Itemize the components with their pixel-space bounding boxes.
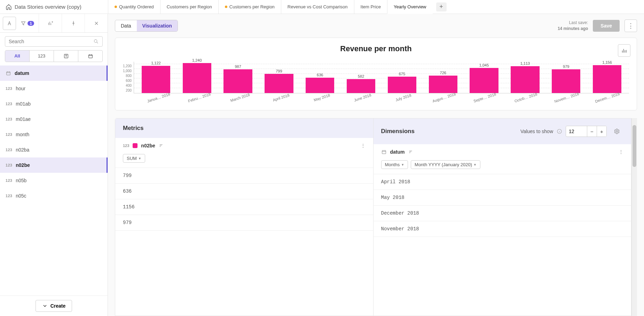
unsaved-dot-icon — [115, 6, 117, 8]
bar[interactable]: 675 — [382, 72, 423, 93]
unsaved-dot-icon — [225, 6, 227, 8]
text-mode-button[interactable] — [3, 17, 16, 30]
time-unit-select[interactable]: Months▼ — [381, 160, 408, 169]
bar-value-label: 675 — [399, 72, 405, 76]
metric-data-rows: 7996361156979 — [115, 168, 373, 316]
dimensions-title: Dimensions — [381, 128, 415, 135]
more-button[interactable]: ⋮ — [625, 20, 637, 32]
field-item[interactable]: 123n05b — [0, 173, 108, 188]
svg-point-5 — [616, 131, 618, 132]
metric-name: n02be — [141, 143, 155, 148]
filter-date[interactable] — [78, 51, 102, 62]
bar-value-label: 636 — [317, 73, 323, 77]
stepper-plus[interactable]: + — [597, 126, 606, 137]
bar[interactable]: 799 — [259, 69, 300, 93]
aggregation-select[interactable]: SUM▼ — [123, 154, 145, 163]
date-format-select[interactable]: Month YYYY (January 2020)▼ — [411, 160, 480, 169]
bar[interactable]: 582 — [340, 74, 382, 93]
search-input[interactable] — [9, 39, 93, 44]
field-item[interactable]: 123n02be — [0, 157, 108, 173]
field-name: hour — [16, 86, 25, 91]
field-item[interactable]: 123n05c — [0, 188, 108, 203]
tab-label: Customers per Region — [167, 4, 212, 9]
tab-label: Customers per Region — [229, 4, 275, 9]
bar[interactable]: 726 — [423, 71, 464, 93]
field-item[interactable]: 123month — [0, 127, 108, 142]
scrollbar-thumb[interactable] — [633, 125, 636, 167]
y-axis: 1,2001,000800600400200 — [123, 62, 134, 93]
pin-icon — [71, 21, 76, 26]
field-item[interactable]: datum — [0, 65, 108, 81]
config-scrollbar[interactable] — [631, 118, 637, 316]
metric-value-row: 799 — [115, 168, 373, 184]
tab[interactable]: Revenue vs Cost Comparison — [281, 0, 354, 14]
filter-text[interactable] — [54, 51, 78, 62]
filter-all[interactable]: All — [5, 51, 30, 62]
save-button[interactable]: Save — [593, 20, 620, 32]
values-to-show-stepper[interactable]: − + — [566, 126, 607, 137]
page-title-area: Data Stories overview (copy) — [0, 4, 108, 10]
chart-plot-area: 1,1221,2409877996365826757261,0451,11397… — [134, 62, 629, 93]
field-type: 123 — [6, 178, 12, 183]
values-to-show-label: Values to show — [520, 129, 553, 134]
filter-icon — [21, 21, 26, 26]
field-list[interactable]: datum123hour123m01ab123m01ae123month123n… — [0, 65, 108, 295]
dimensions-column: Dimensions Values to show − + — [373, 118, 631, 316]
bar[interactable]: 987 — [218, 64, 259, 93]
close-sidebar-button[interactable] — [85, 14, 108, 32]
search-icon — [93, 39, 99, 44]
chevron-down-icon — [42, 303, 48, 309]
tab[interactable]: Customers per Region — [218, 0, 281, 14]
metric-more-button[interactable]: ⋮ — [361, 143, 366, 148]
bar-value-label: 799 — [276, 69, 282, 73]
dimension-more-button[interactable]: ⋮ — [619, 149, 623, 155]
bar[interactable]: 979 — [545, 64, 587, 93]
toggle-visualization[interactable]: Visualization — [137, 20, 178, 31]
field-item[interactable]: 123hour — [0, 81, 108, 96]
tab[interactable]: Quantity Ordered — [108, 0, 160, 14]
dimension-settings-button[interactable] — [610, 125, 623, 138]
add-tab-button[interactable]: + — [436, 2, 447, 11]
main: Data Visualization Last save: 14 minutes… — [108, 14, 644, 316]
bar[interactable]: 636 — [299, 73, 340, 93]
config-panel: Metrics 123 n02be ⋮ SUM▼ — [115, 118, 637, 316]
toggle-data[interactable]: Data — [115, 20, 137, 31]
type-filter: All 123 — [5, 50, 103, 62]
field-item[interactable]: 123m01ae — [0, 111, 108, 127]
chart-type-button[interactable] — [618, 44, 630, 57]
bar[interactable]: 1,122 — [135, 61, 176, 93]
bar[interactable]: 1,240 — [176, 58, 218, 93]
tab[interactable]: Yearly Overview — [387, 0, 432, 14]
field-item[interactable]: 123n02ba — [0, 142, 108, 157]
metric-value-row: 979 — [115, 215, 373, 231]
tab[interactable]: Item Price — [354, 0, 387, 14]
field-item[interactable]: 123m01ab — [0, 96, 108, 111]
tab[interactable]: Customers per Region — [160, 0, 218, 14]
sort-icon[interactable] — [159, 143, 164, 148]
field-name: n05c — [16, 193, 26, 199]
chart-settings-button[interactable] — [39, 14, 62, 32]
bar[interactable]: 1,113 — [504, 61, 545, 93]
bar[interactable]: 1,045 — [464, 63, 505, 93]
metric-config-row: 123 n02be ⋮ SUM▼ — [115, 138, 373, 168]
svg-rect-2 — [88, 55, 92, 58]
create-button[interactable]: Create — [36, 300, 72, 312]
stepper-minus[interactable]: − — [587, 126, 597, 137]
filter-button[interactable]: 1 — [16, 14, 39, 32]
metric-color-swatch[interactable] — [133, 143, 138, 148]
sort-icon[interactable] — [408, 149, 414, 155]
dimension-value-row: April 2018 — [374, 174, 631, 190]
pin-button[interactable] — [62, 14, 85, 32]
header: Data Stories overview (copy) Quantity Or… — [0, 0, 644, 14]
sidebar: 1 All 123 — [0, 14, 108, 316]
field-name: month — [16, 132, 29, 137]
last-save-value: 14 minutes ago — [558, 26, 588, 32]
calendar-icon — [88, 53, 93, 59]
field-type: 123 — [6, 86, 12, 91]
filter-numeric[interactable]: 123 — [30, 51, 54, 62]
info-icon[interactable] — [557, 129, 562, 134]
values-to-show-input[interactable] — [566, 126, 587, 136]
dimension-name: datum — [390, 149, 405, 155]
field-name: n05b — [16, 178, 26, 183]
bar[interactable]: 1,156 — [587, 60, 628, 93]
